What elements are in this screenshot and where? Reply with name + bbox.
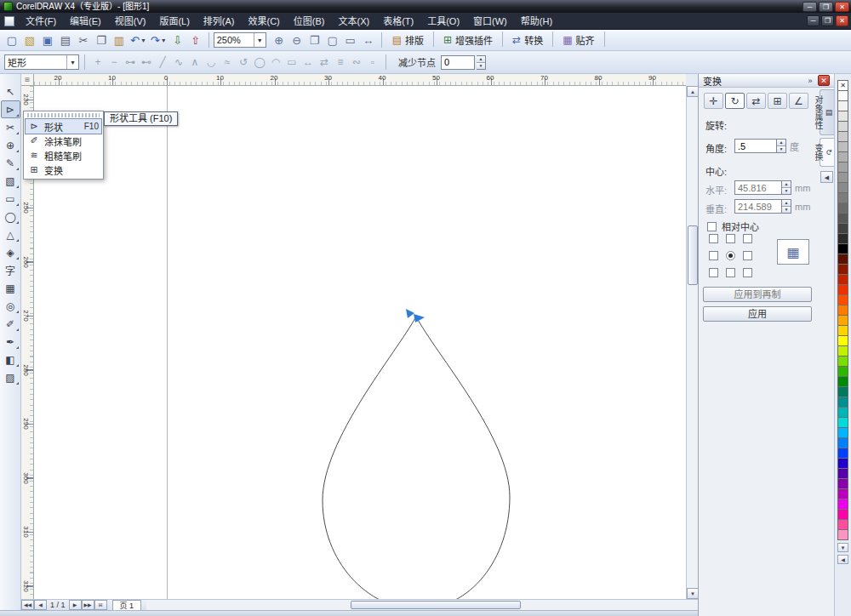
- flyout-item-3[interactable]: ⊞变换: [26, 163, 101, 177]
- menu-item-2[interactable]: 视图(V): [108, 13, 153, 30]
- scroll-down-icon[interactable]: ▼: [687, 588, 699, 599]
- shape-tool[interactable]: ⊳: [1, 100, 20, 118]
- menu-item-8[interactable]: 表格(T): [376, 13, 420, 30]
- interactive-blend-tool[interactable]: ◎: [1, 297, 20, 315]
- horizontal-scrollbar[interactable]: [146, 600, 698, 611]
- menu-item-10[interactable]: 窗口(W): [466, 13, 514, 30]
- export-button[interactable]: ⇧: [187, 31, 204, 48]
- anchor-right[interactable]: [743, 251, 752, 260]
- crop-tool[interactable]: ✂: [1, 118, 20, 136]
- symmetrical-node-button[interactable]: ≈: [220, 54, 235, 70]
- transform-tab-size[interactable]: ⊞: [768, 93, 787, 109]
- angle-input[interactable]: [734, 139, 777, 153]
- extract-subpath-button[interactable]: ◠: [268, 54, 283, 70]
- menu-item-7[interactable]: 文本(X): [331, 13, 376, 30]
- transform-tab-scale-mirror[interactable]: ⇄: [746, 93, 766, 109]
- ruler-origin-button[interactable]: ⊞: [21, 74, 34, 86]
- selected-node-marker[interactable]: [406, 309, 425, 322]
- cusp-node-button[interactable]: ∧: [187, 54, 203, 70]
- rotate-nodes-button[interactable]: ⇄: [317, 54, 332, 70]
- anchor-center[interactable]: [726, 251, 735, 260]
- next-page-button[interactable]: ▶: [69, 600, 82, 610]
- zoom-page-button[interactable]: ▭: [342, 31, 359, 48]
- reverse-direction-button[interactable]: ↺: [236, 54, 251, 70]
- chevron-down-icon[interactable]: ▼: [161, 37, 167, 43]
- align-nodes-button[interactable]: ≡: [333, 54, 348, 70]
- center-v-spinner[interactable]: ▲▼: [782, 199, 791, 214]
- docker-side-tab-1[interactable]: ↻变换: [820, 138, 834, 167]
- save-button[interactable]: ▣: [39, 31, 56, 48]
- basic-shapes-tool[interactable]: ◈: [1, 243, 20, 261]
- first-page-button[interactable]: ◀◀: [21, 600, 34, 610]
- anchor-left[interactable]: [709, 251, 718, 260]
- page-tab[interactable]: 页 1: [112, 600, 142, 611]
- polygon-tool[interactable]: △: [1, 225, 20, 243]
- break-curve-button[interactable]: ⊷: [139, 54, 154, 70]
- restore-button[interactable]: ❐: [819, 2, 833, 12]
- doc-restore-button[interactable]: ❐: [821, 15, 834, 26]
- center-v-input[interactable]: [734, 199, 782, 214]
- apply-button[interactable]: 应用: [703, 306, 812, 322]
- docker-close-icon[interactable]: ✕: [818, 75, 830, 86]
- doc-close-button[interactable]: ✕: [836, 15, 848, 26]
- plugins-button[interactable]: ⊞增强插件: [437, 31, 499, 48]
- palette-scroll-down-icon[interactable]: ▼: [837, 543, 848, 552]
- vertical-scroll-thumb[interactable]: [688, 225, 698, 285]
- minimize-button[interactable]: ─: [802, 2, 817, 12]
- menu-item-11[interactable]: 帮助(H): [514, 13, 559, 30]
- smart-fill-tool[interactable]: ▧: [1, 172, 20, 190]
- interactive-fill-tool[interactable]: ▨: [1, 368, 20, 386]
- zoom-level-combo[interactable]: 250% ▼: [214, 32, 266, 48]
- chevron-down-icon[interactable]: ▼: [140, 37, 146, 43]
- menu-item-9[interactable]: 工具(O): [420, 13, 466, 30]
- rectangle-tool[interactable]: ▭: [1, 190, 20, 208]
- docker-menu-icon[interactable]: »: [804, 75, 816, 86]
- anchor-bottom-right[interactable]: [743, 268, 752, 277]
- new-button[interactable]: ▢: [3, 31, 20, 48]
- zoom-width-button[interactable]: ↔: [360, 31, 377, 48]
- apply-to-duplicate-button[interactable]: 应用到再制: [703, 287, 812, 302]
- undo-button[interactable]: ↶▼: [129, 31, 148, 48]
- join-nodes-button[interactable]: ⊶: [123, 54, 138, 70]
- docker-collapse-icon[interactable]: ◀: [820, 171, 833, 183]
- zoom-selected-button[interactable]: ❐: [306, 31, 323, 48]
- flyout-item-2[interactable]: ≋粗糙笔刷: [26, 148, 101, 163]
- convert-button[interactable]: ⇄转换: [506, 31, 549, 48]
- convert-to-line-button[interactable]: ╱: [155, 54, 170, 70]
- center-h-input[interactable]: [734, 180, 782, 195]
- text-tool[interactable]: 字: [1, 261, 20, 279]
- center-h-spinner[interactable]: ▲▼: [782, 180, 791, 195]
- menu-item-0[interactable]: 文件(F): [19, 13, 63, 30]
- close-curve-button[interactable]: ◯: [252, 54, 267, 70]
- import-button[interactable]: ⇩: [169, 31, 186, 48]
- copy-button[interactable]: ❐: [93, 31, 110, 48]
- preset-combo[interactable]: 矩形 ▼: [4, 54, 79, 70]
- pick-tool[interactable]: ↖: [1, 83, 20, 100]
- outline-tool[interactable]: ✒: [1, 333, 20, 351]
- cut-button[interactable]: ✂: [75, 31, 92, 48]
- flyout-item-0[interactable]: ⊳形状F10: [26, 119, 101, 134]
- extend-curve-button[interactable]: ▭: [284, 54, 300, 70]
- close-button[interactable]: ✕: [835, 2, 849, 12]
- add-page-button[interactable]: ⊞: [94, 600, 107, 610]
- anchor-bottom-left[interactable]: [709, 268, 718, 277]
- docker-side-tab-0[interactable]: ▤对象属性: [820, 89, 834, 135]
- menu-item-1[interactable]: 编辑(E): [63, 13, 108, 30]
- palette-swatch-44[interactable]: [837, 529, 848, 540]
- layout-button[interactable]: ▤排版: [386, 31, 430, 48]
- menu-item-3[interactable]: 版面(L): [152, 13, 196, 30]
- smooth-node-button[interactable]: ◡: [203, 54, 219, 70]
- menu-item-6[interactable]: 位图(B): [287, 13, 332, 30]
- redo-button[interactable]: ↷▼: [149, 31, 168, 48]
- eyedropper-tool[interactable]: ✐: [1, 315, 20, 333]
- flyout-grip[interactable]: [27, 113, 100, 117]
- transform-tab-skew[interactable]: ∠: [789, 93, 808, 109]
- reduce-nodes-input[interactable]: [441, 55, 475, 70]
- scroll-up-icon[interactable]: ▲: [687, 86, 699, 97]
- elastic-mode-button[interactable]: ∾: [349, 54, 364, 70]
- ellipse-tool[interactable]: ◯: [1, 208, 20, 225]
- anchor-grid-icon[interactable]: ▦: [777, 239, 809, 265]
- canvas[interactable]: [34, 86, 686, 599]
- table-tool[interactable]: ▦: [1, 279, 20, 297]
- angle-spinner[interactable]: ▲▼: [777, 139, 786, 153]
